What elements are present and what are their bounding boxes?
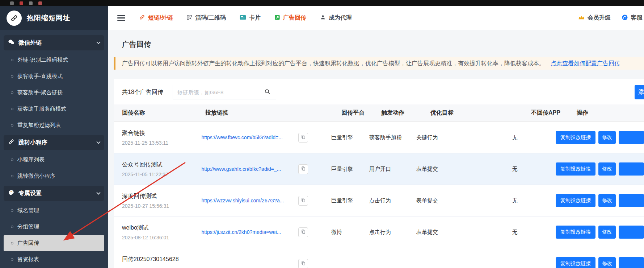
copy-link-button[interactable]: 复制投放链接: [556, 162, 595, 176]
sidebar-item-domain-management[interactable]: 域名管理: [0, 202, 108, 219]
taskbar-icon[interactable]: [20, 1, 23, 5]
edit-button[interactable]: 修改: [598, 162, 616, 176]
copy-link-button[interactable]: 复制投放链接: [556, 194, 595, 207]
table-row: 公众号回传测试 2025-11-05 11:22:27 http://www.g…: [114, 153, 644, 185]
bullet-icon: [11, 108, 13, 110]
nav-tab-label: 活码/二维码: [195, 14, 226, 22]
tracking-url-link[interactable]: https://wzzvw.shiyisui.com/267G?a...: [201, 198, 298, 203]
copy-icon: [301, 261, 306, 267]
sidebar-item-label: 跳转微信小程序: [17, 173, 55, 180]
trigger-action: 点击行为: [369, 197, 416, 204]
app-title: 抱阳缩短网址: [27, 13, 70, 23]
action-button-clipped[interactable]: [619, 162, 644, 176]
action-button-clipped[interactable]: [619, 257, 644, 268]
bullet-icon: [11, 258, 13, 261]
nav-tab-become-agent[interactable]: 成为代理: [320, 14, 352, 22]
edit-button[interactable]: 修改: [598, 131, 616, 144]
sidebar-item-qr-recognize-mode[interactable]: 外链-识别二维码模式: [0, 52, 108, 68]
person-icon: [320, 15, 326, 22]
edit-button[interactable]: 修改: [598, 257, 616, 268]
sidebar-item-jump-wechat-miniprogram[interactable]: 跳转微信小程序: [0, 168, 108, 184]
copy-url-button[interactable]: [298, 164, 308, 174]
nav-tab-qrcode[interactable]: 活码/二维码: [186, 14, 226, 22]
window-top-strip: [0, 0, 644, 6]
toolbar: 共18个广告回传 添加广告回传: [114, 79, 644, 104]
callback-time: [122, 266, 201, 268]
trigger-action: 获客助手加粉: [369, 134, 416, 141]
member-upgrade-button[interactable]: 会员升级: [578, 14, 611, 22]
optimize-goal: 表单提交: [416, 166, 512, 173]
action-button-clipped[interactable]: [619, 131, 644, 144]
sidebar: 抱阳缩短网址 微信外链 外链-识别二维码模式: [0, 6, 108, 268]
sidebar-item-assist-direct-jump[interactable]: 获客助手-直跳模式: [0, 68, 108, 84]
copy-link-button[interactable]: 复制投放链接: [556, 226, 595, 239]
ad-callback-icon: [274, 15, 280, 22]
headset-icon: [622, 14, 628, 22]
sidebar-item-lead-report[interactable]: 留资报表: [0, 251, 108, 268]
trigger-action: 点击行为: [369, 229, 416, 236]
optimize-goal: 表单提交: [416, 229, 512, 236]
sidebar-item-ad-callback[interactable]: 广告回传: [4, 235, 104, 251]
callback-platform: 巨量引擎: [331, 197, 369, 204]
chevron-down-icon: [96, 140, 100, 144]
wechat-icon: [8, 39, 14, 47]
no-callback-app: 无: [512, 166, 556, 173]
callback-time: 2025-11-25 13:53:11: [122, 140, 201, 146]
edit-button[interactable]: 修改: [598, 226, 616, 239]
callback-time: 2025-10-27 15:56:31: [122, 203, 201, 209]
nav-tab-shortlink[interactable]: 短链/外链: [139, 14, 173, 22]
menu-toggle-icon[interactable]: [117, 15, 125, 21]
bullet-icon: [11, 242, 13, 244]
navbar-right: 会员升级 客服: [578, 14, 643, 22]
copy-url-button[interactable]: [298, 259, 308, 268]
search-box: [173, 85, 276, 99]
sidebar-item-assist-sp-mode[interactable]: 获客助手服务商模式: [0, 101, 108, 117]
callback-platform: 微博: [331, 229, 369, 236]
taskbar-icon[interactable]: [29, 1, 33, 5]
qrcode-icon: [186, 15, 192, 22]
copy-link-button[interactable]: 复制投放链接: [556, 257, 595, 268]
tracking-url-link[interactable]: https://ji.szzit.cn/2kh0?media=wei...: [201, 229, 298, 235]
sidebar-item-miniprogram-list[interactable]: 小程序列表: [0, 152, 108, 168]
no-callback-app: 无: [512, 229, 556, 236]
customer-service-button[interactable]: 客服: [622, 14, 643, 22]
trigger-action: 用户开口: [369, 166, 416, 173]
sidebar-item-duplicate-fan-filter[interactable]: 重复加粉过滤列表: [0, 117, 108, 133]
sidebar-item-label: 外链-识别二维码模式: [17, 57, 68, 63]
callback-name: 公众号回传测试: [122, 161, 201, 169]
bullet-icon: [11, 91, 13, 94]
copy-icon: [301, 198, 306, 204]
copy-url-button[interactable]: [298, 227, 308, 237]
column-header: 触发动作: [381, 109, 430, 117]
sidebar-item-label: 分组管理: [17, 223, 39, 230]
edit-button[interactable]: 修改: [598, 194, 616, 207]
optimize-goal: 关键行为: [416, 134, 512, 141]
copy-link-button[interactable]: 复制投放链接: [556, 131, 595, 144]
sidebar-item-assist-aggregate-link[interactable]: 获客助手-聚合链接: [0, 84, 108, 101]
action-button-clipped[interactable]: [619, 226, 644, 239]
tracking-url-link[interactable]: http://www.gsahfx.cn/bfkc?adid=_...: [201, 166, 298, 172]
taskbar-icon[interactable]: [38, 1, 42, 5]
nav-tab-card[interactable]: 卡片: [240, 14, 261, 22]
no-callback-app: 无: [512, 197, 556, 204]
search-input[interactable]: [173, 85, 259, 99]
callback-time: 2025-11-05 11:22:27: [122, 172, 201, 177]
add-callback-button[interactable]: 添加广告回传: [635, 85, 644, 99]
search-button[interactable]: [259, 85, 276, 99]
sidebar-item-label: 小程序列表: [17, 156, 45, 163]
sidebar-group-weixin-outlink[interactable]: 微信外链: [4, 35, 104, 50]
sidebar-group-exclusive-settings[interactable]: 专属设置: [4, 186, 104, 201]
sidebar-item-label: 重复加粉过滤列表: [17, 122, 61, 129]
action-button-clipped[interactable]: [619, 194, 644, 207]
tracking-url-link[interactable]: https://wew.fbevc.com/b5iG?adid=...: [201, 135, 298, 140]
banner-text: 广告回传可以将用户访问跳转外链产生的转化动作上报到对应的广告平台，快速积累转化数…: [122, 60, 545, 67]
banner-help-link[interactable]: 点此查看如何配置广告回传: [551, 60, 620, 67]
taskbar-icon[interactable]: [10, 1, 14, 5]
table-header-row: 回传名称 投放链接 回传平台 触发动作 优化目标 不回传APP 操作: [114, 104, 644, 122]
copy-url-button[interactable]: [298, 196, 308, 206]
nav-tab-ad-callback[interactable]: 广告回传: [274, 14, 306, 22]
sidebar-group-label: 跳转小程序: [18, 139, 47, 147]
sidebar-item-group-management[interactable]: 分组管理: [0, 219, 108, 235]
copy-url-button[interactable]: [298, 133, 308, 143]
sidebar-group-jump-miniprogram[interactable]: 跳转小程序: [4, 135, 104, 150]
